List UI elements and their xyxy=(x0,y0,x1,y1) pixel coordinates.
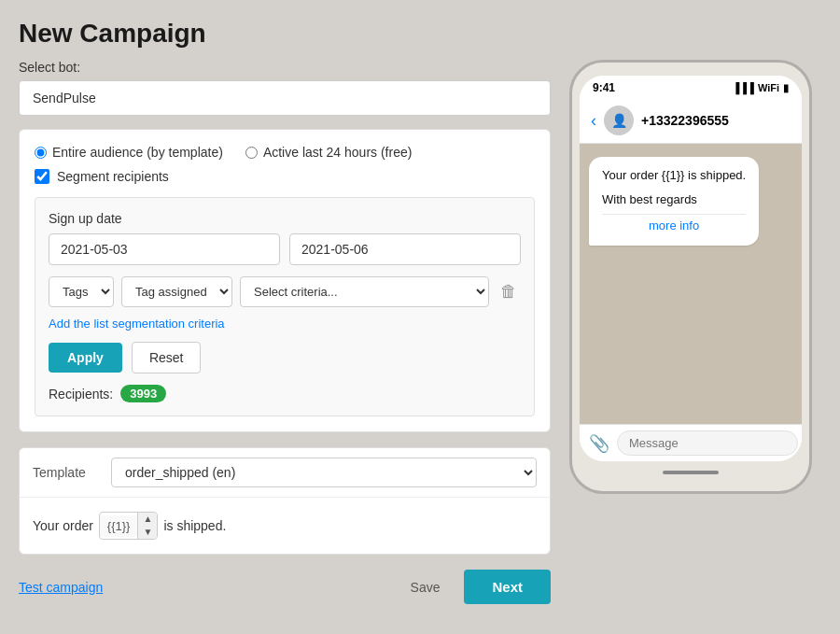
recipients-label: Recipients: xyxy=(49,387,113,402)
left-panel: Select bot: SendPulse Entire audience (b… xyxy=(19,60,551,604)
signal-icon: ▐▐▐ xyxy=(732,82,753,93)
template-header: Template order_shipped (en) xyxy=(20,448,550,498)
template-box: Template order_shipped (en) Your order {… xyxy=(19,447,551,555)
template-var-value: {{1}} xyxy=(100,515,138,537)
template-var-arrows: ▲ ▼ xyxy=(137,513,157,539)
date-to-input[interactable] xyxy=(289,233,521,265)
audience-box: Entire audience (by template) Active las… xyxy=(19,129,551,432)
signup-date-label: Sign up date xyxy=(49,211,521,226)
bot-select[interactable]: SendPulse xyxy=(19,80,551,116)
back-arrow-icon[interactable]: ‹ xyxy=(591,111,596,131)
template-text-after: is shipped. xyxy=(163,518,226,533)
select-bot-label: Select bot: xyxy=(19,60,551,75)
segment-section: Sign up date Tags Tag assigned Select cr… xyxy=(35,197,535,416)
entire-audience-radio-label[interactable]: Entire audience (by template) xyxy=(35,145,223,160)
active-last-24-radio[interactable] xyxy=(245,147,258,159)
segment-label[interactable]: Segment recipients xyxy=(57,169,169,184)
chat-header: ‹ 👤 +13322396555 xyxy=(580,98,802,144)
entire-audience-label: Entire audience (by template) xyxy=(52,145,223,160)
audience-radio-row: Entire audience (by template) Active las… xyxy=(35,145,535,160)
tags-select[interactable]: Tags xyxy=(49,276,114,307)
template-var-box: {{1}} ▲ ▼ xyxy=(99,512,159,540)
chat-message-line1: Your order {{1}} is shipped. xyxy=(602,166,746,185)
entire-audience-radio[interactable] xyxy=(35,147,47,159)
phone-screen: 9:41 ▐▐▐ WiFi ▮ ‹ 👤 +13322396555 Your or… xyxy=(580,76,802,461)
template-var-up-button[interactable]: ▲ xyxy=(138,513,157,526)
save-button[interactable]: Save xyxy=(398,572,454,602)
phone-time: 9:41 xyxy=(593,81,615,94)
template-text-before: Your order xyxy=(33,518,93,533)
reset-button[interactable]: Reset xyxy=(132,342,202,373)
footer-row: Test campaign Save Next xyxy=(19,570,551,604)
template-body: Your order {{1}} ▲ ▼ is shipped. xyxy=(20,498,550,554)
bot-select-wrapper: SendPulse xyxy=(19,80,551,116)
chat-body: Your order {{1}} is shipped. With best r… xyxy=(580,144,802,424)
active-last-24-label: Active last 24 hours (free) xyxy=(263,145,413,160)
battery-icon: ▮ xyxy=(783,82,789,94)
chat-input-bar: 📎 🔲 🕐 🎤 xyxy=(580,424,802,461)
page-title: New Campaign xyxy=(19,19,821,49)
more-info-button[interactable]: more info xyxy=(602,214,746,236)
segment-checkbox-row: Segment recipients xyxy=(35,169,535,184)
template-select[interactable]: order_shipped (en) xyxy=(111,458,537,487)
attach-icon: 📎 xyxy=(589,433,609,454)
date-from-input[interactable] xyxy=(49,233,280,265)
chat-message-line2: With best regards xyxy=(602,190,746,209)
test-campaign-button[interactable]: Test campaign xyxy=(19,580,103,595)
home-indicator xyxy=(663,471,719,474)
recipients-row: Recipients: 3993 xyxy=(49,385,521,402)
wifi-icon: WiFi xyxy=(758,82,779,93)
template-var-down-button[interactable]: ▼ xyxy=(138,526,157,539)
contact-avatar: 👤 xyxy=(604,106,634,135)
select-criteria-select[interactable]: Select criteria... xyxy=(240,276,489,307)
add-criteria-link[interactable]: Add the list segmentation criteria xyxy=(49,317,521,331)
template-label: Template xyxy=(33,465,98,480)
footer-right: Save Next xyxy=(398,570,551,604)
apply-button[interactable]: Apply xyxy=(49,343,122,373)
active-last-24-radio-label[interactable]: Active last 24 hours (free) xyxy=(245,145,413,160)
contact-number: +13322396555 xyxy=(641,113,729,128)
delete-criteria-button[interactable]: 🗑 xyxy=(497,278,521,305)
tag-assigned-select[interactable]: Tag assigned xyxy=(121,276,232,307)
main-layout: Select bot: SendPulse Entire audience (b… xyxy=(19,60,821,604)
segment-checkbox[interactable] xyxy=(35,169,49,184)
recipients-badge: 3993 xyxy=(120,385,166,402)
phone-mockup: 9:41 ▐▐▐ WiFi ▮ ‹ 👤 +13322396555 Your or… xyxy=(569,60,812,494)
phone-status-right: ▐▐▐ WiFi ▮ xyxy=(732,82,789,94)
chat-bubble: Your order {{1}} is shipped. With best r… xyxy=(589,157,759,246)
phone-status-bar: 9:41 ▐▐▐ WiFi ▮ xyxy=(580,76,802,98)
next-button[interactable]: Next xyxy=(464,570,551,604)
chat-input[interactable] xyxy=(617,430,798,456)
criteria-row: Tags Tag assigned Select criteria... 🗑 xyxy=(49,276,521,307)
date-row xyxy=(49,233,521,265)
action-row: Apply Reset xyxy=(49,342,521,373)
